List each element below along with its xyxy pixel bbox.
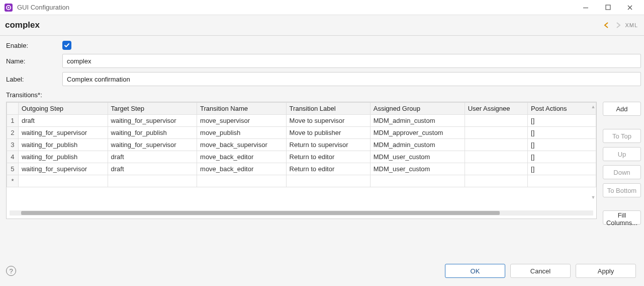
table-cell[interactable]: waiting_for_supervisor <box>108 115 197 127</box>
table-cell[interactable] <box>108 175 197 187</box>
table-cell[interactable]: draft <box>18 115 108 127</box>
table-cell[interactable] <box>465 115 527 127</box>
table-cell[interactable]: waiting_for_publish <box>108 127 197 139</box>
to-bottom-button[interactable]: To Bottom <box>603 183 641 197</box>
label-label: Label: <box>6 76 62 83</box>
table-cell[interactable] <box>370 175 465 187</box>
table-cell[interactable]: [] <box>528 163 596 175</box>
table-row[interactable]: 4waiting_for_publishdraftmove_back_edito… <box>7 151 596 163</box>
table-cell[interactable]: draft <box>108 163 197 175</box>
col-user-assignee[interactable]: User Assignee <box>465 103 527 115</box>
help-icon[interactable]: ? <box>6 266 16 276</box>
table-cell[interactable] <box>528 175 596 187</box>
ok-button[interactable]: OK <box>445 264 505 278</box>
table-cell[interactable] <box>465 151 527 163</box>
col-assigned-group[interactable]: Assigned Group <box>370 103 465 115</box>
table-cell[interactable]: MDM_admin_custom <box>370 115 465 127</box>
table-cell[interactable]: move_back_supervisor <box>197 139 287 151</box>
table-cell[interactable]: [] <box>528 151 596 163</box>
window-title: GUI Configuration <box>17 4 69 11</box>
xml-toggle[interactable]: XML <box>625 22 638 28</box>
table-side-buttons: Add To Top Up Down To Bottom Fill Column… <box>603 102 641 225</box>
apply-button[interactable]: Apply <box>576 264 636 278</box>
table-cell[interactable]: Return to editor <box>286 151 370 163</box>
name-input[interactable] <box>62 54 641 68</box>
table-cell[interactable]: move_back_editor <box>197 151 287 163</box>
table-cell[interactable]: Move to publisher <box>286 127 370 139</box>
table-row[interactable]: 5waiting_for_supervisordraftmove_back_ed… <box>7 163 596 175</box>
rownum-cell: 3 <box>7 139 19 151</box>
svg-point-2 <box>8 7 9 8</box>
table-row[interactable]: 1draftwaiting_for_supervisormove_supervi… <box>7 115 596 127</box>
table-horizontal-scrollbar[interactable] <box>10 210 593 216</box>
table-cell[interactable]: waiting_for_supervisor <box>18 127 108 139</box>
footer: ? OK Cancel Apply <box>0 254 644 286</box>
name-label: Name: <box>6 57 62 65</box>
rownum-cell: 5 <box>7 163 19 175</box>
table-cell[interactable]: MDM_admin_custom <box>370 139 465 151</box>
table-cell[interactable]: MDM_user_custom <box>370 151 465 163</box>
enable-label: Enable: <box>6 42 62 49</box>
scroll-up-icon[interactable]: ▲ <box>591 104 595 109</box>
table-cell[interactable] <box>465 175 527 187</box>
scroll-down-icon[interactable]: ▼ <box>591 195 595 200</box>
table-cell[interactable] <box>286 175 370 187</box>
table-vertical-scrollbar[interactable]: ▲ ▼ <box>591 104 595 210</box>
name-row: Name: <box>6 54 641 68</box>
fill-columns-button[interactable]: Fill Columns... <box>603 210 641 225</box>
col-transition-name[interactable]: Transition Name <box>197 103 287 115</box>
table-cell[interactable]: Return to supervisor <box>286 139 370 151</box>
table-cell[interactable]: MDM_user_custom <box>370 163 465 175</box>
table-cell[interactable]: waiting_for_publish <box>18 151 108 163</box>
table-cell[interactable] <box>465 163 527 175</box>
table-cell[interactable]: waiting_for_publish <box>18 139 108 151</box>
table-cell[interactable] <box>465 127 527 139</box>
enable-row: Enable: <box>6 41 641 50</box>
table-new-row[interactable]: * <box>7 175 596 187</box>
up-button[interactable]: Up <box>603 147 641 161</box>
rownum-cell: 1 <box>7 115 19 127</box>
table-cell[interactable]: MDM_approver_custom <box>370 127 465 139</box>
to-top-button[interactable]: To Top <box>603 129 641 143</box>
table-cell[interactable]: move_supervisor <box>197 115 287 127</box>
minimize-button[interactable] <box>575 0 597 15</box>
table-cell[interactable]: [] <box>528 115 596 127</box>
svg-rect-3 <box>583 8 588 8</box>
table-row[interactable]: 3waiting_for_publishwaiting_for_supervis… <box>7 139 596 151</box>
table-cell[interactable]: [] <box>528 139 596 151</box>
table-cell[interactable]: move_publish <box>197 127 287 139</box>
label-input[interactable] <box>62 72 641 86</box>
table-cell[interactable] <box>197 175 287 187</box>
nav-back-icon[interactable] <box>603 21 611 29</box>
table-cell[interactable]: move_back_editor <box>197 163 287 175</box>
page-title: complex <box>5 20 40 30</box>
table-cell[interactable]: [] <box>528 127 596 139</box>
page-header: complex XML <box>0 15 644 35</box>
table-cell[interactable] <box>465 139 527 151</box>
svg-rect-4 <box>606 5 610 10</box>
table-cell[interactable] <box>18 175 108 187</box>
table-cell[interactable]: Move to supervisor <box>286 115 370 127</box>
table-cell[interactable]: waiting_for_supervisor <box>18 163 108 175</box>
rownum-header <box>7 103 19 115</box>
table-cell[interactable]: waiting_for_supervisor <box>108 139 197 151</box>
cancel-button[interactable]: Cancel <box>510 264 571 278</box>
table-cell[interactable]: draft <box>108 151 197 163</box>
enable-checkbox[interactable] <box>62 41 71 50</box>
add-button[interactable]: Add <box>603 102 641 116</box>
rownum-cell: 4 <box>7 151 19 163</box>
col-transition-label[interactable]: Transition Label <box>286 103 370 115</box>
nav-forward-icon[interactable] <box>614 21 622 29</box>
transitions-table: Outgoing Step Target Step Transition Nam… <box>6 102 597 219</box>
rownum-cell: * <box>7 175 19 187</box>
close-button[interactable] <box>619 0 641 15</box>
maximize-button[interactable] <box>597 0 619 15</box>
window: GUI Configuration complex XML Enab <box>0 0 644 286</box>
col-post-actions[interactable]: Post Actions <box>528 103 596 115</box>
table-row[interactable]: 2waiting_for_supervisorwaiting_for_publi… <box>7 127 596 139</box>
table-cell[interactable]: Return to editor <box>286 163 370 175</box>
down-button[interactable]: Down <box>603 165 641 179</box>
col-outgoing-step[interactable]: Outgoing Step <box>18 103 108 115</box>
titlebar: GUI Configuration <box>0 0 644 15</box>
col-target-step[interactable]: Target Step <box>108 103 197 115</box>
